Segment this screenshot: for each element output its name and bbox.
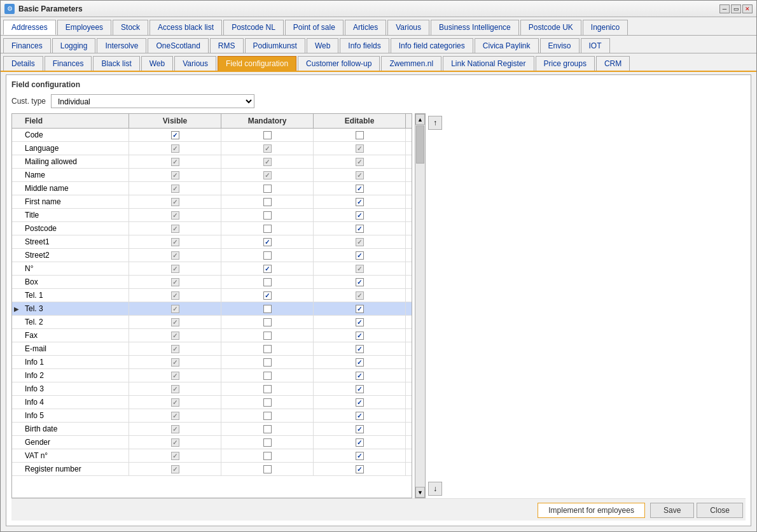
cell-visible[interactable] [129, 423, 221, 435]
cell-mandatory[interactable] [221, 289, 314, 302]
close-button[interactable]: Close [697, 503, 743, 518]
cell-mandatory[interactable] [221, 369, 314, 382]
move-down-button[interactable]: ↓ [428, 482, 442, 496]
checkbox[interactable] [263, 158, 272, 166]
cell-editable[interactable] [314, 329, 406, 342]
table-row[interactable]: Street2 [12, 249, 412, 262]
checkbox[interactable] [263, 438, 272, 447]
cell-mandatory[interactable] [221, 356, 314, 368]
checkbox[interactable] [171, 251, 179, 260]
checkbox[interactable] [356, 358, 364, 367]
table-row[interactable]: Info 3 [12, 382, 412, 396]
checkbox[interactable] [263, 398, 272, 407]
cell-visible[interactable] [129, 463, 221, 475]
cell-mandatory[interactable] [221, 342, 314, 355]
table-row[interactable]: Language [12, 142, 412, 155]
cell-visible[interactable] [129, 449, 221, 462]
tab-stock[interactable]: Stock [113, 20, 148, 35]
cell-editable[interactable] [314, 409, 406, 422]
tab-zwemmen[interactable]: Zwemmen.nl [381, 56, 441, 71]
table-row[interactable]: Tel. 1 [12, 289, 412, 302]
checkbox[interactable] [171, 158, 179, 166]
checkbox[interactable] [171, 131, 179, 139]
tab-postcode-nl[interactable]: Postcode NL [223, 20, 284, 35]
cell-visible[interactable] [129, 235, 221, 248]
checkbox[interactable] [171, 265, 179, 273]
table-row[interactable]: Code [12, 129, 412, 142]
tab-business-intelligence[interactable]: Business Intelligence [431, 20, 519, 35]
table-row[interactable]: Mailing allowed [12, 155, 412, 169]
cell-mandatory[interactable] [221, 249, 314, 262]
table-row[interactable]: Info 2 [12, 369, 412, 382]
checkbox[interactable] [356, 185, 364, 193]
checkbox[interactable] [171, 412, 179, 420]
checkbox[interactable] [263, 385, 272, 393]
cell-mandatory[interactable] [221, 316, 314, 328]
checkbox[interactable] [263, 452, 272, 460]
cell-visible[interactable] [129, 155, 221, 168]
tab-postcode-uk[interactable]: Postcode UK [520, 20, 581, 35]
table-row[interactable]: Name [12, 169, 412, 182]
checkbox[interactable] [171, 465, 179, 473]
cell-visible[interactable] [129, 182, 221, 195]
checkbox[interactable] [263, 465, 272, 473]
minimize-button[interactable]: ─ [719, 4, 730, 13]
table-row[interactable]: VAT n° [12, 449, 412, 463]
checkbox[interactable] [356, 131, 364, 139]
checkbox[interactable] [263, 185, 272, 193]
tab-web-main[interactable]: Web [307, 38, 338, 53]
checkbox[interactable] [356, 438, 364, 447]
cell-editable[interactable] [314, 316, 406, 328]
tab-addresses[interactable]: Addresses [3, 20, 56, 35]
table-row[interactable]: Title [12, 209, 412, 222]
tab-employees[interactable]: Employees [57, 20, 111, 35]
checkbox[interactable] [171, 211, 179, 220]
cell-visible[interactable] [129, 356, 221, 368]
tab-finances-main[interactable]: Finances [3, 38, 51, 53]
checkbox[interactable] [356, 238, 364, 246]
cell-visible[interactable] [129, 396, 221, 409]
tab-black-list[interactable]: Black list [93, 56, 139, 71]
cell-editable[interactable] [314, 382, 406, 395]
table-row[interactable]: Gender [12, 436, 412, 449]
tab-podiumkunst[interactable]: Podiumkunst [245, 38, 305, 53]
cell-editable[interactable] [314, 142, 406, 155]
checkbox[interactable] [171, 225, 179, 233]
cell-mandatory[interactable] [221, 262, 314, 275]
checkbox[interactable] [171, 332, 179, 340]
checkbox[interactable] [263, 238, 272, 246]
cell-editable[interactable] [314, 222, 406, 235]
tab-finances-sub[interactable]: Finances [45, 56, 92, 71]
cell-mandatory[interactable] [221, 302, 314, 315]
checkbox[interactable] [171, 372, 179, 380]
checkbox[interactable] [263, 171, 272, 179]
table-row[interactable]: Info 5 [12, 409, 412, 423]
checkbox[interactable] [171, 171, 179, 179]
checkbox[interactable] [263, 265, 272, 273]
checkbox[interactable] [356, 332, 364, 340]
checkbox[interactable] [356, 225, 364, 233]
table-row[interactable]: Register number [12, 463, 412, 476]
cell-editable[interactable] [314, 209, 406, 221]
cell-mandatory[interactable] [221, 195, 314, 208]
cell-visible[interactable] [129, 316, 221, 328]
checkbox[interactable] [263, 412, 272, 420]
checkbox[interactable] [356, 452, 364, 460]
table-row[interactable]: Postcode [12, 222, 412, 235]
cell-editable[interactable] [314, 262, 406, 275]
cell-editable[interactable] [314, 342, 406, 355]
checkbox[interactable] [356, 305, 364, 313]
cell-mandatory[interactable] [221, 396, 314, 409]
table-row[interactable]: Fax [12, 329, 412, 342]
checkbox[interactable] [263, 345, 272, 353]
cell-editable[interactable] [314, 436, 406, 449]
checkbox[interactable] [171, 385, 179, 393]
cell-editable[interactable] [314, 169, 406, 181]
cell-mandatory[interactable] [221, 209, 314, 221]
tab-rms[interactable]: RMS [210, 38, 244, 53]
scroll-up-button[interactable]: ▲ [415, 114, 425, 125]
checkbox[interactable] [263, 372, 272, 380]
checkbox[interactable] [356, 198, 364, 206]
table-row[interactable]: ▶Tel. 3 [12, 302, 412, 316]
cell-editable[interactable] [314, 155, 406, 168]
